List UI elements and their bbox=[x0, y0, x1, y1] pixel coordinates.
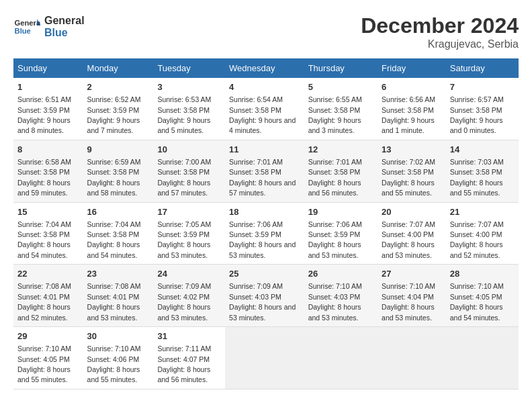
day-info: Sunrise: 6:51 AM Sunset: 3:59 PM Dayligh… bbox=[17, 95, 71, 134]
col-header-tuesday: Tuesday bbox=[153, 58, 225, 78]
day-cell: 22Sunrise: 7:08 AM Sunset: 4:01 PM Dayli… bbox=[13, 265, 83, 327]
day-info: Sunrise: 6:56 AM Sunset: 3:58 PM Dayligh… bbox=[382, 95, 435, 134]
logo-general: General bbox=[44, 15, 85, 27]
day-cell: 30Sunrise: 7:10 AM Sunset: 4:06 PM Dayli… bbox=[83, 327, 154, 390]
day-number: 28 bbox=[450, 268, 515, 280]
logo-blue: Blue bbox=[44, 27, 85, 39]
day-cell: 24Sunrise: 7:09 AM Sunset: 4:02 PM Dayli… bbox=[153, 265, 225, 327]
title-area: December 2024 Kragujevac, Serbia bbox=[361, 13, 519, 50]
day-number: 21 bbox=[450, 206, 515, 218]
day-number: 16 bbox=[87, 206, 150, 218]
day-cell: 23Sunrise: 7:08 AM Sunset: 4:01 PM Dayli… bbox=[83, 265, 154, 327]
day-number: 15 bbox=[17, 206, 79, 218]
day-info: Sunrise: 7:03 AM Sunset: 3:58 PM Dayligh… bbox=[450, 158, 504, 197]
day-info: Sunrise: 7:10 AM Sunset: 4:06 PM Dayligh… bbox=[87, 345, 141, 383]
day-number: 4 bbox=[229, 81, 300, 93]
day-cell: 5Sunrise: 6:55 AM Sunset: 3:58 PM Daylig… bbox=[304, 78, 378, 140]
day-cell: 26Sunrise: 7:10 AM Sunset: 4:03 PM Dayli… bbox=[304, 265, 378, 327]
day-info: Sunrise: 7:09 AM Sunset: 4:03 PM Dayligh… bbox=[229, 282, 296, 321]
day-cell: 2Sunrise: 6:52 AM Sunset: 3:59 PM Daylig… bbox=[83, 78, 154, 140]
day-number: 24 bbox=[157, 268, 221, 280]
day-info: Sunrise: 7:09 AM Sunset: 4:02 PM Dayligh… bbox=[157, 282, 211, 321]
day-number: 10 bbox=[157, 144, 221, 156]
week-row-5: 29Sunrise: 7:10 AM Sunset: 4:05 PM Dayli… bbox=[13, 327, 519, 390]
header-row: SundayMondayTuesdayWednesdayThursdayFrid… bbox=[13, 58, 519, 78]
day-number: 29 bbox=[17, 330, 79, 342]
col-header-thursday: Thursday bbox=[304, 58, 378, 78]
day-cell: 18Sunrise: 7:06 AM Sunset: 3:59 PM Dayli… bbox=[225, 202, 304, 265]
logo: General Blue General Blue bbox=[13, 13, 85, 40]
day-cell: 4Sunrise: 6:54 AM Sunset: 3:58 PM Daylig… bbox=[225, 78, 304, 140]
day-number: 1 bbox=[17, 81, 79, 93]
day-cell: 7Sunrise: 6:57 AM Sunset: 3:58 PM Daylig… bbox=[446, 78, 519, 140]
day-cell: 12Sunrise: 7:01 AM Sunset: 3:58 PM Dayli… bbox=[304, 140, 378, 202]
col-header-saturday: Saturday bbox=[446, 58, 519, 78]
day-info: Sunrise: 7:06 AM Sunset: 3:59 PM Dayligh… bbox=[308, 220, 362, 259]
day-cell: 10Sunrise: 7:00 AM Sunset: 3:58 PM Dayli… bbox=[153, 140, 225, 202]
day-number: 27 bbox=[382, 268, 442, 280]
day-cell: 1Sunrise: 6:51 AM Sunset: 3:59 PM Daylig… bbox=[13, 78, 83, 140]
day-number: 7 bbox=[450, 81, 515, 93]
week-row-1: 1Sunrise: 6:51 AM Sunset: 3:59 PM Daylig… bbox=[13, 78, 519, 140]
day-cell: 21Sunrise: 7:07 AM Sunset: 4:00 PM Dayli… bbox=[446, 202, 519, 265]
day-info: Sunrise: 7:04 AM Sunset: 3:58 PM Dayligh… bbox=[17, 220, 71, 259]
day-cell: 19Sunrise: 7:06 AM Sunset: 3:59 PM Dayli… bbox=[304, 202, 378, 265]
day-cell: 8Sunrise: 6:58 AM Sunset: 3:58 PM Daylig… bbox=[13, 140, 83, 202]
day-info: Sunrise: 6:54 AM Sunset: 3:58 PM Dayligh… bbox=[229, 95, 296, 134]
day-cell: 9Sunrise: 6:59 AM Sunset: 3:58 PM Daylig… bbox=[83, 140, 154, 202]
day-cell: 25Sunrise: 7:09 AM Sunset: 4:03 PM Dayli… bbox=[225, 265, 304, 327]
day-info: Sunrise: 7:01 AM Sunset: 3:58 PM Dayligh… bbox=[229, 158, 296, 197]
day-cell: 28Sunrise: 7:10 AM Sunset: 4:05 PM Dayli… bbox=[446, 265, 519, 327]
day-info: Sunrise: 7:08 AM Sunset: 4:01 PM Dayligh… bbox=[87, 282, 141, 321]
day-info: Sunrise: 6:57 AM Sunset: 3:58 PM Dayligh… bbox=[450, 95, 504, 134]
day-cell: 20Sunrise: 7:07 AM Sunset: 4:00 PM Dayli… bbox=[378, 202, 446, 265]
day-number: 22 bbox=[17, 268, 79, 280]
day-info: Sunrise: 6:59 AM Sunset: 3:58 PM Dayligh… bbox=[87, 158, 141, 197]
logo-icon: General Blue bbox=[13, 13, 40, 40]
col-header-wednesday: Wednesday bbox=[225, 58, 304, 78]
day-info: Sunrise: 7:00 AM Sunset: 3:58 PM Dayligh… bbox=[157, 158, 211, 197]
col-header-monday: Monday bbox=[83, 58, 154, 78]
day-cell bbox=[225, 327, 304, 390]
day-info: Sunrise: 7:04 AM Sunset: 3:58 PM Dayligh… bbox=[87, 220, 141, 259]
day-number: 20 bbox=[382, 206, 442, 218]
day-info: Sunrise: 7:10 AM Sunset: 4:04 PM Dayligh… bbox=[382, 282, 435, 321]
page: General Blue General Blue December 2024 … bbox=[0, 0, 532, 396]
week-row-4: 22Sunrise: 7:08 AM Sunset: 4:01 PM Dayli… bbox=[13, 265, 519, 327]
calendar-table: SundayMondayTuesdayWednesdayThursdayFrid… bbox=[13, 58, 519, 390]
day-number: 8 bbox=[17, 144, 79, 156]
col-header-friday: Friday bbox=[378, 58, 446, 78]
day-info: Sunrise: 6:55 AM Sunset: 3:58 PM Dayligh… bbox=[308, 95, 362, 134]
day-cell: 13Sunrise: 7:02 AM Sunset: 3:58 PM Dayli… bbox=[378, 140, 446, 202]
day-cell: 16Sunrise: 7:04 AM Sunset: 3:58 PM Dayli… bbox=[83, 202, 154, 265]
day-cell: 17Sunrise: 7:05 AM Sunset: 3:59 PM Dayli… bbox=[153, 202, 225, 265]
day-cell: 31Sunrise: 7:11 AM Sunset: 4:07 PM Dayli… bbox=[153, 327, 225, 390]
day-info: Sunrise: 7:07 AM Sunset: 4:00 PM Dayligh… bbox=[382, 220, 435, 259]
day-cell: 3Sunrise: 6:53 AM Sunset: 3:58 PM Daylig… bbox=[153, 78, 225, 140]
day-cell: 6Sunrise: 6:56 AM Sunset: 3:58 PM Daylig… bbox=[378, 78, 446, 140]
day-info: Sunrise: 7:01 AM Sunset: 3:58 PM Dayligh… bbox=[308, 158, 362, 197]
day-number: 11 bbox=[229, 144, 300, 156]
day-number: 17 bbox=[157, 206, 221, 218]
day-number: 25 bbox=[229, 268, 300, 280]
day-number: 3 bbox=[157, 81, 221, 93]
day-number: 19 bbox=[308, 206, 373, 218]
day-number: 9 bbox=[87, 144, 150, 156]
day-cell: 15Sunrise: 7:04 AM Sunset: 3:58 PM Dayli… bbox=[13, 202, 83, 265]
week-row-2: 8Sunrise: 6:58 AM Sunset: 3:58 PM Daylig… bbox=[13, 140, 519, 202]
day-cell: 29Sunrise: 7:10 AM Sunset: 4:05 PM Dayli… bbox=[13, 327, 83, 390]
day-cell bbox=[446, 327, 519, 390]
day-number: 23 bbox=[87, 268, 150, 280]
svg-text:General: General bbox=[15, 19, 40, 27]
day-number: 30 bbox=[87, 330, 150, 342]
day-info: Sunrise: 6:58 AM Sunset: 3:58 PM Dayligh… bbox=[17, 158, 71, 197]
day-info: Sunrise: 7:08 AM Sunset: 4:01 PM Dayligh… bbox=[17, 282, 71, 321]
day-info: Sunrise: 7:06 AM Sunset: 3:59 PM Dayligh… bbox=[229, 220, 296, 259]
col-header-sunday: Sunday bbox=[13, 58, 83, 78]
main-title: December 2024 bbox=[361, 13, 519, 38]
day-number: 13 bbox=[382, 144, 442, 156]
day-info: Sunrise: 7:07 AM Sunset: 4:00 PM Dayligh… bbox=[450, 220, 504, 259]
day-number: 5 bbox=[308, 81, 373, 93]
svg-text:Blue: Blue bbox=[15, 27, 31, 35]
week-row-3: 15Sunrise: 7:04 AM Sunset: 3:58 PM Dayli… bbox=[13, 202, 519, 265]
